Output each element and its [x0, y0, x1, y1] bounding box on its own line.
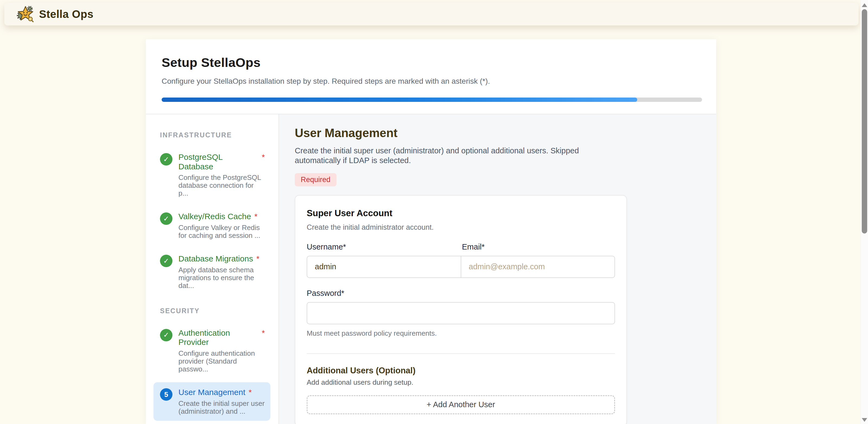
- top-navbar: Stella Ops: [4, 3, 859, 26]
- username-email-input-group: [307, 256, 615, 278]
- required-status-badge: Required: [295, 173, 337, 186]
- required-asterisk: *: [254, 212, 258, 221]
- required-asterisk: *: [256, 254, 259, 264]
- step-text: PostgreSQL Database* Configure the Postg…: [179, 153, 265, 197]
- section-label-security: SECURITY: [153, 307, 270, 315]
- field-labels-row: Username* Email*: [307, 242, 615, 252]
- page-subtitle: Configure your StellaOps installation st…: [162, 77, 701, 86]
- step-title-text: User Management: [179, 388, 245, 397]
- step-text: Database Migrations* Apply database sche…: [179, 254, 265, 290]
- step-content-description: Create the initial super user (administr…: [295, 146, 596, 166]
- username-label: Username*: [307, 242, 460, 252]
- step-description: Configure Valkey or Redis for caching an…: [179, 224, 265, 239]
- add-another-user-button[interactable]: + Add Another User: [307, 395, 615, 414]
- step-number-badge: 5: [160, 388, 173, 401]
- page-title: Setup StellaOps: [162, 55, 701, 70]
- setup-panel: Setup StellaOps Configure your StellaOps…: [146, 39, 716, 424]
- check-icon: ✓: [160, 329, 173, 341]
- sidebar-item-postgresql-database[interactable]: ✓ PostgreSQL Database* Configure the Pos…: [153, 147, 270, 203]
- step-title-text: Valkey/Redis Cache: [179, 212, 251, 221]
- step-title: User Management*: [179, 388, 265, 397]
- check-icon: ✓: [160, 213, 173, 225]
- sidebar-item-authentication-provider[interactable]: ✓ Authentication Provider* Configure aut…: [153, 323, 270, 379]
- step-text: Valkey/Redis Cache* Configure Valkey or …: [179, 212, 265, 239]
- step-content-title: User Management: [295, 126, 716, 140]
- super-user-card-subtitle: Create the initial administrator account…: [307, 223, 615, 232]
- check-icon: ✓: [160, 153, 173, 166]
- additional-users-title: Additional Users (Optional): [307, 366, 615, 376]
- scroll-up-arrow-icon[interactable]: [862, 3, 867, 7]
- password-input[interactable]: [307, 302, 615, 324]
- setup-header: Setup StellaOps Configure your StellaOps…: [146, 39, 716, 114]
- email-input[interactable]: [461, 256, 615, 278]
- step-title: Valkey/Redis Cache*: [179, 212, 265, 221]
- brand-name: Stella Ops: [39, 8, 94, 20]
- section-label-infrastructure: INFRASTRUCTURE: [153, 131, 270, 139]
- brand-home-link[interactable]: Stella Ops: [17, 5, 94, 23]
- scrollbar-thumb[interactable]: [862, 9, 867, 233]
- step-description: Apply database schema migrations to ensu…: [179, 266, 265, 290]
- sidebar-item-database-migrations[interactable]: ✓ Database Migrations* Apply database sc…: [153, 249, 270, 295]
- step-content: User Management Create the initial super…: [279, 114, 716, 424]
- required-asterisk: *: [262, 153, 265, 171]
- step-title-text: Database Migrations: [179, 254, 253, 264]
- password-hint: Must meet password policy requirements.: [307, 329, 615, 337]
- required-asterisk: *: [262, 328, 265, 347]
- section-divider: [307, 353, 615, 354]
- password-label: Password*: [307, 289, 615, 298]
- super-user-card-title: Super User Account: [307, 208, 615, 218]
- check-icon: ✓: [160, 255, 173, 267]
- progress-fill: [162, 98, 637, 102]
- scroll-down-arrow-icon[interactable]: [862, 418, 867, 422]
- step-title-text: Authentication Provider: [179, 328, 258, 347]
- step-text: Authentication Provider* Configure authe…: [179, 328, 265, 373]
- step-title: Authentication Provider*: [179, 328, 265, 347]
- email-label: Email*: [460, 242, 615, 252]
- step-text: User Management* Create the initial supe…: [179, 388, 265, 415]
- step-title-text: PostgreSQL Database: [179, 153, 258, 171]
- step-description: Configure authentication provider (Stand…: [179, 350, 265, 373]
- super-user-card: Super User Account Create the initial ad…: [295, 195, 627, 424]
- content-body: INFRASTRUCTURE ✓ PostgreSQL Database* Co…: [146, 114, 716, 424]
- stella-ops-logo-icon: [17, 5, 34, 23]
- additional-users-subtitle: Add additional users during setup.: [307, 378, 615, 387]
- username-input[interactable]: [307, 256, 461, 278]
- step-title: Database Migrations*: [179, 254, 265, 264]
- required-asterisk: *: [249, 388, 252, 397]
- step-description: Create the initial super user (administr…: [179, 400, 265, 415]
- vertical-scrollbar[interactable]: [860, 0, 868, 424]
- step-description: Configure the PostgreSQL database connec…: [179, 174, 265, 197]
- sidebar-item-user-management[interactable]: 5 User Management* Create the initial su…: [153, 382, 270, 421]
- step-title: PostgreSQL Database*: [179, 153, 265, 171]
- sidebar-item-valkey-redis-cache[interactable]: ✓ Valkey/Redis Cache* Configure Valkey o…: [153, 206, 270, 245]
- steps-sidebar: INFRASTRUCTURE ✓ PostgreSQL Database* Co…: [146, 114, 279, 424]
- setup-progress-bar: [162, 98, 702, 102]
